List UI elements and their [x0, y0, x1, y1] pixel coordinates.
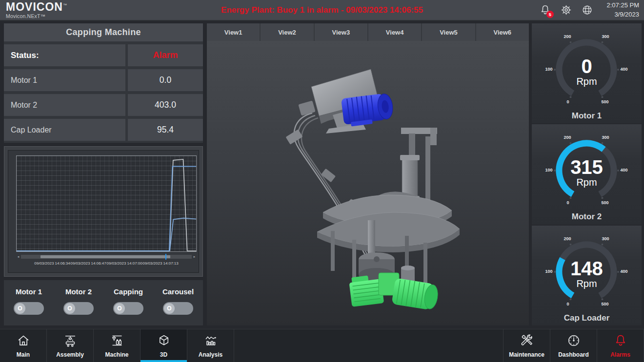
trend-scrollbar[interactable]: ◄ ►: [16, 254, 197, 259]
toggle-group-capping: CappingO: [103, 280, 153, 325]
row-label: Cap Loader: [4, 119, 125, 141]
trend-chart-panel: ◄ ► 09/03/2023 14:06:3409/03/2023 14:06:…: [4, 146, 203, 277]
toggle-motor-1[interactable]: O: [14, 302, 44, 315]
gauge-tick-label: 0: [560, 302, 576, 306]
status-row-motor-1: Motor 10.0: [4, 69, 203, 91]
scroll-right-arrow[interactable]: ►: [192, 254, 197, 259]
analysis-icon: [203, 333, 218, 350]
gauge-tick-label: 0: [560, 200, 576, 205]
gauge-value: 148: [532, 259, 642, 278]
logo-subtitle: Movicon.NExT™: [6, 14, 67, 19]
3d-viewport[interactable]: [207, 41, 529, 325]
row-value: 95.4: [128, 119, 203, 141]
bottom-nav: MainAssemblyMachine3DAnalysis Maintenanc…: [0, 329, 644, 362]
row-value: Alarm: [128, 44, 203, 66]
toggle-knob: O: [114, 303, 125, 314]
view-tab-view4[interactable]: View4: [368, 23, 421, 41]
gauge-tick-label: 300: [597, 34, 614, 39]
nav-item-label: Maintenance: [509, 351, 544, 358]
gauge-name: Motor 2: [532, 212, 642, 222]
nav-group-left: MainAssemblyMachine3DAnalysis: [0, 329, 234, 362]
nav-spacer: [234, 329, 503, 362]
nav-item-dashboard[interactable]: Dashboard: [550, 329, 597, 362]
status-panel: Capping Machine Status:AlarmMotor 10.0Mo…: [4, 23, 203, 143]
nav-item-alarms[interactable]: Alarms: [597, 329, 644, 362]
nav-item-3d[interactable]: 3D: [141, 329, 187, 362]
blue-motor: [341, 93, 394, 127]
trend-series: [17, 156, 196, 251]
toggle-group-motor-2: Motor 2O: [54, 280, 103, 325]
status-row-status: Status:Alarm: [4, 44, 203, 66]
nav-item-assembly[interactable]: Assembly: [47, 329, 94, 362]
nav-item-maintenance[interactable]: Maintenance: [503, 329, 550, 362]
gauge-tick-label: 500: [597, 99, 613, 104]
status-rows: Status:AlarmMotor 10.0Motor 2403.0Cap Lo…: [4, 44, 203, 141]
dashboard-icon: [566, 333, 581, 350]
scroll-left-arrow[interactable]: ◄: [16, 254, 20, 259]
gauge-motor-2: 0100200300400500315RpmMotor 2: [532, 124, 642, 224]
trend-cursor[interactable]: [165, 254, 166, 260]
row-value: 0.0: [128, 69, 203, 91]
view-tab-view2[interactable]: View2: [261, 23, 313, 41]
gauge-cap-loader: 0100200300400500148RpmCap Loader: [532, 226, 642, 325]
gauge-tick-label: 200: [559, 236, 576, 241]
settings-button[interactable]: [559, 3, 573, 17]
gear-icon: [560, 4, 572, 16]
row-label: Motor 1: [4, 69, 125, 91]
view-tab-view6[interactable]: View6: [476, 23, 529, 41]
nav-item-label: Assembly: [56, 351, 84, 358]
toggle-knob: O: [15, 303, 25, 314]
toggle-label: Motor 1: [16, 287, 42, 296]
date-display: 3/9/2023: [601, 10, 639, 19]
row-label: Status:: [4, 44, 125, 66]
view-tab-view3[interactable]: View3: [315, 23, 367, 41]
gauge-motor-1: 01002003004005000RpmMotor 1: [532, 23, 642, 123]
trend-time-label: 09/03/2023 14:06:47: [70, 261, 106, 266]
toggle-group-carousel: CarouselO: [153, 280, 203, 325]
toggle-capping[interactable]: O: [113, 302, 143, 315]
gauge-tick-label: 500: [597, 302, 613, 306]
row-value: 403.0: [128, 94, 203, 116]
nav-item-main[interactable]: Main: [0, 329, 47, 362]
view-tab-view1[interactable]: View1: [207, 23, 260, 41]
toggle-motor-2[interactable]: O: [63, 302, 94, 315]
gauge-tick-label: 200: [559, 34, 576, 39]
toggle-group-motor-1: Motor 1O: [4, 280, 54, 325]
toggle-carousel[interactable]: O: [163, 302, 193, 315]
nav-item-analysis[interactable]: Analysis: [187, 329, 234, 362]
status-row-motor-2: Motor 2403.0: [4, 94, 203, 116]
gauge-tick-label: 0: [560, 99, 576, 104]
gauge-tick-label: 200: [559, 135, 576, 140]
language-button[interactable]: [580, 3, 594, 17]
top-bar: MOVICON™ Movicon.NExT™ Energy Plant: Buo…: [0, 0, 644, 21]
toggle-label: Motor 2: [65, 287, 92, 296]
gauge-unit: Rpm: [532, 177, 642, 188]
gauge-tick-label: 300: [597, 135, 614, 140]
gauge-name: Motor 1: [532, 111, 642, 121]
notifications-button[interactable]: 5: [538, 3, 552, 17]
logo-title: MOVICON™: [6, 1, 67, 13]
toggle-label: Carousel: [162, 287, 194, 296]
toggle-knob: O: [64, 303, 75, 314]
gauge-name: Cap Loader: [532, 313, 642, 323]
nav-item-machine[interactable]: Machine: [94, 329, 141, 362]
trend-chart-frame: ◄ ► 09/03/2023 14:06:3409/03/2023 14:06:…: [8, 150, 199, 273]
movicon-scada-app: MOVICON™ Movicon.NExT™ Energy Plant: Buo…: [0, 0, 644, 362]
nav-item-label: Dashboard: [558, 351, 589, 358]
gauge-tick-label: 500: [597, 200, 613, 205]
nav-item-label: 3D: [160, 351, 167, 358]
toggle-knob: O: [164, 303, 175, 314]
gauge-unit: Rpm: [532, 278, 642, 289]
trend-time-label: 09/03/2023 14:07:00: [106, 261, 142, 266]
capping-machine-3d-model: [207, 41, 529, 325]
nav-group-right: MaintenanceDashboardAlarms: [503, 329, 644, 362]
scrollbar-track[interactable]: [21, 255, 192, 259]
maintenance-icon: [520, 333, 534, 350]
trend-time-label: 09/03/2023 14:07:13: [142, 261, 178, 266]
view-tab-bar: View1View2View3View4View5View6: [207, 23, 529, 41]
trend-series-motor-2: [17, 166, 196, 251]
view-tab-view5[interactable]: View5: [422, 23, 475, 41]
scrollbar-thumb[interactable]: [40, 255, 170, 258]
clock: 2:07:25 PM 3/9/2023: [601, 1, 639, 19]
notification-badge: 5: [546, 11, 554, 18]
